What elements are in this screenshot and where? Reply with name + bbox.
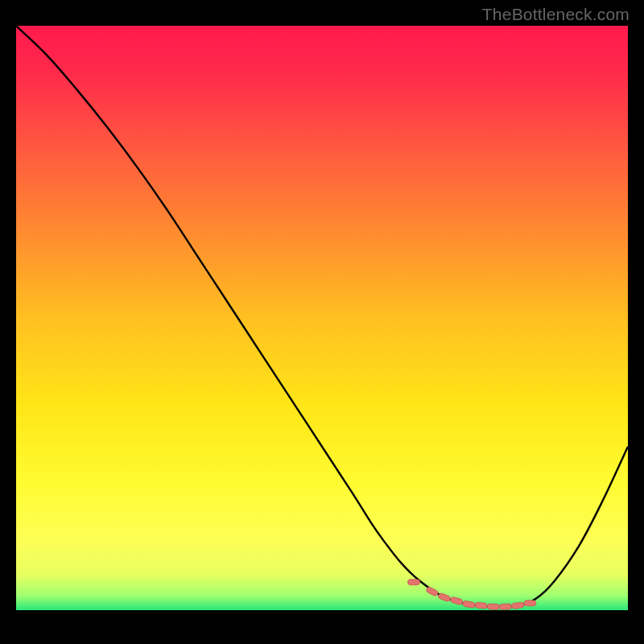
watermark-text: TheBottleneck.com — [482, 5, 630, 24]
gradient-background — [16, 26, 628, 610]
optimal-marker — [499, 604, 511, 610]
chart-frame — [16, 26, 628, 638]
optimal-marker — [408, 580, 420, 585]
optimal-marker — [475, 602, 488, 609]
bottleneck-chart — [16, 26, 628, 610]
optimal-marker — [487, 604, 499, 610]
optimal-marker — [524, 601, 536, 606]
